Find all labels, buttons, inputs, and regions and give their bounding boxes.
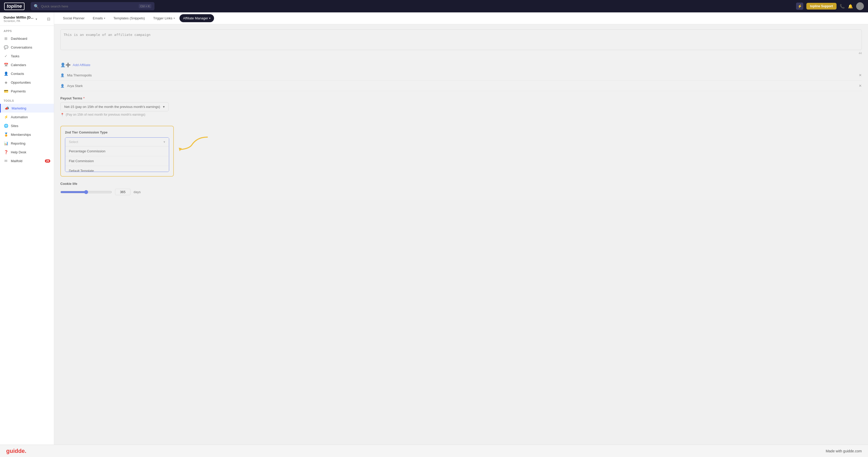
sidebar-item-automation[interactable]: ⚡ Automation [0,113,54,121]
cookie-life-section: Cookie life days [60,182,862,195]
affiliate-manager-chevron-down-icon: ▾ [209,17,210,20]
sidebar-item-label: Automation [11,115,28,119]
payout-terms-value: Net-15 (pay on 15th of the month the pre… [64,105,160,109]
calendars-icon: 📅 [4,63,8,67]
commission-option-percentage[interactable]: Percentage Commission [65,146,169,156]
top-navigation: topline 🔍 Ctrl + K ⚡ topline Support 📞 🔔 [0,0,868,12]
guidde-tagline: Made with guidde.com [826,449,862,453]
sidebar-item-label: Mailfold [11,159,23,163]
subnav-social-planner[interactable]: Social Planner [59,14,88,22]
sidebar-item-opportunities[interactable]: ◈ Opportunities [0,78,54,87]
automation-icon: ⚡ [4,115,8,119]
mailfold-icon: ✉ [4,159,8,163]
payout-terms-label: Payout Terms * [60,96,862,100]
marketing-icon: 📣 [4,106,9,110]
affiliate-info: 👤 Mia Thermopolis [60,73,92,77]
sites-icon: 🌐 [4,124,8,128]
avatar[interactable] [856,2,864,10]
mailfold-badge: 29 [45,159,50,163]
search-icon: 🔍 [34,4,39,9]
sidebar-item-label: Memberships [11,133,31,137]
payments-icon: 💳 [4,89,8,93]
add-affiliate-icon: 👤➕ [60,62,71,67]
description-textarea[interactable] [60,29,862,50]
payout-terms-select[interactable]: Net-15 (pay on 15th of the month the pre… [60,102,169,111]
search-bar[interactable]: 🔍 Ctrl + K [31,2,154,10]
content-inner: 44 👤➕ Add Affiliate 👤 Mia Thermopolis ✕ [54,24,868,200]
sidebar-item-tasks[interactable]: ✓ Tasks [0,52,54,60]
trigger-links-chevron-down-icon: ▾ [174,17,175,20]
sidebar: Dunder Mifflin [D... Scranton, PA ▾ ⊟ Ap… [0,12,54,445]
tools-section-label: Tools [0,95,54,104]
sidebar-item-label: Payments [11,89,26,93]
commission-dropdown-menu: Percentage Commission Flat Commission De… [65,146,169,172]
arrow-annotation [176,135,210,153]
lightning-button[interactable]: ⚡ [796,3,803,10]
account-name: Dunder Mifflin [D... [4,16,33,19]
payout-hint: 📍 (Pay on 15th of next month for previou… [60,113,862,116]
phone-icon[interactable]: 📞 [840,4,845,9]
sidebar-item-mailfold[interactable]: ✉ Mailfold 29 [0,156,54,165]
sidebar-item-contacts[interactable]: 👤 Contacts [0,69,54,78]
emails-chevron-down-icon: ▾ [104,17,105,20]
subnav-emails[interactable]: Emails ▾ [89,14,109,22]
nav-right: ⚡ topline Support 📞 🔔 [796,2,864,10]
subnav-affiliate-manager[interactable]: Affiliate Manager ▾ [180,14,214,22]
payout-terms-section: Payout Terms * Net-15 (pay on 15th of th… [60,96,862,116]
subnav-label: Templates (Snippets) [114,16,145,20]
commission-chevron-down-icon: ▾ [163,140,165,144]
required-indicator: * [83,96,85,100]
affiliate-person-icon: 👤 [60,73,64,77]
sidebar-item-label: Help Desk [11,150,26,154]
cookie-days-input[interactable] [115,189,130,195]
commission-type-title: 2nd Tier Commission Type [65,131,169,134]
subnav-label: Social Planner [63,16,85,20]
affiliate-name: Arya Stark [67,84,83,88]
sidebar-item-label: Contacts [11,72,24,76]
subnav-trigger-links[interactable]: Trigger Links ▾ [150,14,179,22]
sidebar-item-reporting[interactable]: 📊 Reporting [0,139,54,148]
days-label: days [133,190,141,194]
commission-option-default[interactable]: Default Template [65,166,169,172]
sidebar-item-calendars[interactable]: 📅 Calendars [0,60,54,69]
affiliate-close-icon[interactable]: ✕ [859,84,862,88]
sidebar-item-label: Sites [11,124,18,128]
bell-icon[interactable]: 🔔 [848,4,853,9]
commission-select-placeholder: Select [69,140,78,144]
sidebar-toggle-icon[interactable]: ⊟ [47,17,50,22]
cookie-slider[interactable] [60,190,112,194]
search-input[interactable] [41,4,137,8]
sidebar-item-payments[interactable]: 💳 Payments [0,87,54,95]
sidebar-item-conversations[interactable]: 💬 Conversations [0,43,54,52]
memberships-icon: 🏅 [4,133,8,137]
dashboard-icon: ⊞ [4,36,8,40]
account-chevron-down-icon: ▾ [36,17,37,21]
add-affiliate-button[interactable]: 👤➕ Add Affiliate [60,60,862,70]
sidebar-item-dashboard[interactable]: ⊞ Dashboard [0,34,54,43]
guidde-logo: guidde. [6,448,26,454]
main-area: Social Planner Emails ▾ Templates (Snipp… [54,12,868,445]
subnav-templates[interactable]: Templates (Snippets) [110,14,149,22]
sidebar-item-marketing[interactable]: 📣 Marketing [0,104,54,113]
support-button[interactable]: topline Support [806,3,837,9]
add-affiliate-label: Add Affiliate [73,63,90,67]
contacts-icon: 👤 [4,72,8,76]
affiliate-info: 👤 Arya Stark [60,84,83,88]
subnav-label: Emails [93,16,103,20]
commission-box: 2nd Tier Commission Type Select ▾ Percen… [60,126,174,177]
affiliate-close-icon[interactable]: ✕ [859,73,862,77]
sidebar-item-helpdesk[interactable]: ❓ Help Desk [0,148,54,156]
option-label: Default Template [69,169,94,172]
sidebar-item-memberships[interactable]: 🏅 Memberships [0,130,54,139]
affiliate-row-mia: 👤 Mia Thermopolis ✕ [60,70,862,81]
cookie-life-label: Cookie life [60,182,862,185]
commission-option-flat[interactable]: Flat Commission [65,156,169,166]
option-label: Flat Commission [69,159,94,163]
commission-select-header[interactable]: Select ▾ [65,138,169,146]
affiliate-name: Mia Thermopolis [67,73,92,77]
account-selector[interactable]: Dunder Mifflin [D... Scranton, PA ▾ ⊟ [0,12,54,26]
account-location: Scranton, PA [4,19,33,23]
sidebar-item-label: Reporting [11,142,25,145]
sidebar-item-sites[interactable]: 🌐 Sites [0,121,54,130]
conversations-icon: 💬 [4,45,8,49]
